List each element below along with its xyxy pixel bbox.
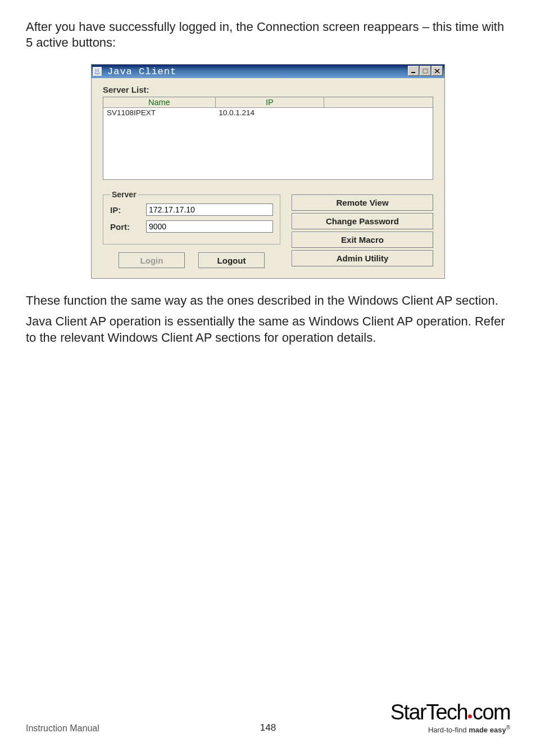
titlebar: Java Client (92, 65, 444, 78)
port-field[interactable] (146, 220, 273, 233)
remote-view-button[interactable]: Remote View (292, 194, 433, 211)
java-icon (93, 67, 102, 76)
page-number: 148 (260, 722, 276, 734)
outro-text: These function the same way as the ones … (26, 292, 510, 346)
close-button[interactable] (431, 66, 443, 76)
server-legend: Server (110, 190, 138, 199)
window-title: Java Client (107, 66, 176, 77)
minimize-button[interactable] (408, 66, 419, 76)
logo-dot-icon (468, 714, 472, 718)
cell-name: SV1108IPEXT (103, 108, 215, 117)
server-list-body[interactable]: SV1108IPEXT 10.0.1.214 (103, 108, 433, 180)
outro-line-2: Java Client AP operation is essentially … (26, 313, 510, 346)
outro-line-1: These function the same way as the ones … (26, 292, 510, 309)
logout-button[interactable]: Logout (198, 252, 265, 268)
startech-logo: StarTechcom Hard-to-find made easy® (390, 701, 510, 734)
change-password-button[interactable]: Change Password (292, 213, 433, 229)
table-row[interactable]: SV1108IPEXT 10.0.1.214 (103, 108, 433, 117)
server-fieldset: Server IP: Port: (103, 190, 280, 245)
server-list-label: Server List: (103, 85, 433, 94)
svg-rect-0 (411, 72, 415, 73)
admin-utility-button[interactable]: Admin Utility (292, 250, 433, 266)
column-blank[interactable] (324, 97, 433, 108)
footer-label: Instruction Manual (26, 723, 99, 734)
column-name[interactable]: Name (103, 97, 216, 108)
column-ip[interactable]: IP (215, 97, 324, 108)
ip-label: IP: (110, 205, 146, 215)
cell-ip: 10.0.1.214 (215, 108, 324, 117)
server-list-header: Name IP (103, 97, 433, 108)
svg-rect-1 (423, 69, 428, 73)
logo-part-3: com (473, 701, 510, 723)
logo-tagline: Hard-to-find made easy® (390, 725, 510, 734)
login-button: Login (119, 252, 185, 268)
logo-part-2: Tech (426, 701, 467, 723)
window-controls (407, 66, 443, 76)
exit-macro-button[interactable]: Exit Macro (292, 232, 433, 248)
port-label: Port: (110, 222, 146, 232)
java-client-window: Java Client Server List: Name IP SV11 (91, 64, 445, 279)
ip-field[interactable] (146, 203, 273, 216)
maximize-button[interactable] (420, 66, 431, 76)
logo-part-1: Star (390, 701, 426, 723)
intro-text: After you have successfully logged in, t… (26, 19, 510, 51)
